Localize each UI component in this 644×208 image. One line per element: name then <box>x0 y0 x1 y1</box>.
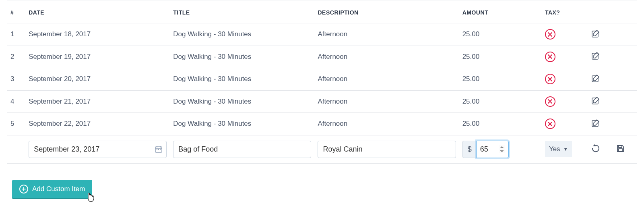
tax-select[interactable]: Yes ▼ <box>545 141 572 157</box>
title-input[interactable] <box>173 141 311 158</box>
table-row: 4 September 21, 2017 Dog Walking - 30 Mi… <box>7 90 637 113</box>
cell-idx: 1 <box>7 23 25 46</box>
edit-row-button[interactable] <box>590 96 601 106</box>
cell-amount: 25.00 <box>459 113 542 135</box>
description-input[interactable] <box>318 141 456 158</box>
col-description: DESCRIPTION <box>314 0 459 23</box>
table-row: 3 September 20, 2017 Dog Walking - 30 Mi… <box>7 68 637 91</box>
tax-select-value: Yes <box>549 145 560 153</box>
add-custom-item-label: Add Custom Item <box>32 185 85 193</box>
table-header-row: # DATE TITLE DESCRIPTION AMOUNT TAX? <box>7 0 637 23</box>
date-input[interactable] <box>29 141 167 158</box>
cell-date: September 18, 2017 <box>25 23 170 46</box>
cell-idx: 2 <box>7 46 25 68</box>
cell-description: Afternoon <box>314 68 459 91</box>
cell-idx: 4 <box>7 90 25 113</box>
cell-description: Afternoon <box>314 46 459 68</box>
chevron-down-icon: ▼ <box>564 147 568 152</box>
amount-input[interactable] <box>477 141 509 158</box>
currency-symbol: $ <box>462 141 477 158</box>
cell-amount: 25.00 <box>459 68 542 91</box>
delete-row-button[interactable] <box>545 52 555 62</box>
table-row: 5 September 22, 2017 Dog Walking - 30 Mi… <box>7 113 637 135</box>
cell-idx: 5 <box>7 113 25 135</box>
delete-row-button[interactable] <box>545 119 555 129</box>
cell-idx: 3 <box>7 68 25 91</box>
cell-title: Dog Walking - 30 Minutes <box>170 113 314 135</box>
cell-amount: 25.00 <box>459 23 542 46</box>
cell-title: Dog Walking - 30 Minutes <box>170 23 314 46</box>
cell-date: September 20, 2017 <box>25 68 170 91</box>
new-item-row: $ Yes ▼ <box>7 135 637 163</box>
plus-circle-icon <box>19 185 28 193</box>
cell-date: September 19, 2017 <box>25 46 170 68</box>
edit-row-button[interactable] <box>590 73 601 84</box>
col-amount: AMOUNT <box>459 0 542 23</box>
cell-title: Dog Walking - 30 Minutes <box>170 68 314 91</box>
save-button[interactable] <box>615 144 625 154</box>
col-title: TITLE <box>170 0 314 23</box>
cell-amount: 25.00 <box>459 90 542 113</box>
table-row: 1 September 18, 2017 Dog Walking - 30 Mi… <box>7 23 637 46</box>
cell-amount: 25.00 <box>459 46 542 68</box>
delete-row-button[interactable] <box>545 96 555 107</box>
invoice-items-table: # DATE TITLE DESCRIPTION AMOUNT TAX? 1 S… <box>7 0 637 164</box>
cell-date: September 22, 2017 <box>25 113 170 135</box>
add-custom-item-button[interactable]: Add Custom Item <box>12 180 92 198</box>
col-tax: TAX? <box>542 0 587 23</box>
cell-description: Afternoon <box>314 23 459 46</box>
undo-button[interactable] <box>590 144 601 154</box>
cell-description: Afternoon <box>314 113 459 135</box>
cell-date: September 21, 2017 <box>25 90 170 113</box>
cell-title: Dog Walking - 30 Minutes <box>170 90 314 113</box>
cell-description: Afternoon <box>314 90 459 113</box>
delete-row-button[interactable] <box>545 29 555 40</box>
delete-row-button[interactable] <box>545 74 555 84</box>
table-row: 2 September 19, 2017 Dog Walking - 30 Mi… <box>7 46 637 68</box>
edit-row-button[interactable] <box>590 51 601 62</box>
edit-row-button[interactable] <box>590 118 601 129</box>
cell-title: Dog Walking - 30 Minutes <box>170 46 314 68</box>
col-idx: # <box>7 0 25 23</box>
edit-row-button[interactable] <box>590 29 601 39</box>
col-date: DATE <box>25 0 170 23</box>
